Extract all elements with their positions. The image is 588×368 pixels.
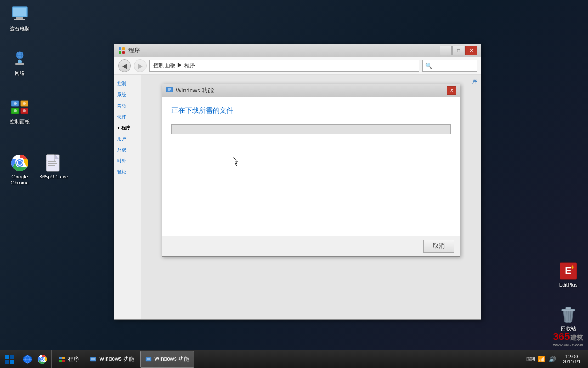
clock-date: 2014/1/1 (563, 359, 581, 364)
svg-rect-59 (146, 357, 151, 361)
search-box[interactable]: 🔍 (422, 60, 477, 72)
svg-rect-52 (59, 356, 62, 359)
editplus-label: EditPlus (559, 282, 577, 288)
window-controls: ─ □ ✕ (440, 46, 477, 55)
svg-rect-1 (13, 8, 26, 16)
minimize-button[interactable]: ─ (440, 46, 452, 55)
clock-time: 12:00 (563, 354, 581, 359)
dialog-close-button[interactable]: ✕ (447, 86, 456, 95)
main-content-area: 序 (141, 75, 481, 319)
back-button[interactable]: ◀ (118, 59, 131, 72)
tray-volume-icon[interactable]: 🔊 (548, 355, 557, 364)
taskbar-item-winfeature-1[interactable]: Windows 功能 (85, 351, 139, 368)
address-bar[interactable]: 控制面板 ▶ 程序 (149, 60, 419, 72)
dialog-spacer (171, 139, 451, 231)
quick-launch (18, 350, 52, 368)
svg-rect-56 (90, 357, 96, 361)
sidebar-item-clock[interactable]: 时钟 (116, 155, 139, 167)
svg-point-18 (23, 109, 26, 112)
sidebar-item-ease[interactable]: 轻松 (116, 167, 139, 178)
svg-rect-54 (59, 360, 62, 362)
dialog-footer: 取消 (162, 236, 460, 256)
recycle-bin-icon (559, 305, 577, 324)
exe-icon-img (45, 154, 63, 172)
forward-button[interactable]: ▶ (134, 59, 147, 72)
chrome-quick-launch[interactable] (36, 353, 49, 366)
cancel-button[interactable]: 取消 (423, 240, 454, 253)
desktop-icon-control-panel[interactable]: 控制面板 (4, 97, 36, 126)
chrome-icon-img (11, 154, 29, 172)
desktop-icon-recycle-bin[interactable]: 回收站 (552, 304, 584, 334)
svg-point-51 (41, 358, 43, 360)
this-pc-icon (11, 6, 29, 24)
exe-label: 365jz9.1.exe (40, 174, 68, 180)
watermark-365: 365建筑 www.365jz.com (553, 331, 583, 347)
sidebar-item-programs[interactable]: ● 程序 (116, 122, 139, 133)
svg-rect-26 (48, 163, 57, 164)
progress-bar-container (171, 124, 451, 134)
sidebar-item-network[interactable]: 网络 (116, 100, 139, 111)
svg-rect-37 (119, 47, 121, 50)
ie-quick-launch[interactable] (21, 353, 34, 366)
taskbar-item-chengxu-label: 程序 (68, 355, 79, 363)
tray-keyboard-icon[interactable]: ⌨ (526, 355, 535, 364)
main-window-icon (118, 47, 125, 54)
search-icon: 🔍 (425, 63, 432, 69)
network-label: 网络 (15, 70, 25, 76)
system-tray: ⌨ 📶 🔊 12:00 2014/1/1 (522, 350, 588, 368)
desktop-icon-chrome[interactable]: GoogleChrome (4, 152, 36, 188)
taskbar-item-winfeature-1-label: Windows 功能 (99, 355, 134, 363)
tray-network-icon[interactable]: 📶 (537, 355, 546, 364)
taskbar-item-winfeature-2[interactable]: Windows 功能 (140, 351, 194, 368)
chrome-label: GoogleChrome (11, 174, 28, 186)
desktop-icon-365exe[interactable]: 365jz9.1.exe (38, 152, 70, 182)
sidebar-item-hardware[interactable]: 硬件 (116, 111, 139, 122)
window-content: 控制 系统 网络 硬件 ● 程序 用户 外观 时钟 轻松 序 (114, 75, 481, 319)
svg-rect-27 (48, 165, 55, 166)
taskbar: 程序 Windows 功能 Windows 功能 (0, 350, 588, 368)
dialog-message: 正在下载所需的文件 (171, 106, 451, 115)
svg-rect-39 (119, 51, 121, 54)
svg-rect-38 (122, 47, 125, 50)
sidebar-item-system[interactable]: 系统 (116, 89, 139, 100)
taskbar-item-winfeature-2-label: Windows 功能 (154, 355, 189, 363)
maximize-button[interactable]: □ (452, 46, 464, 55)
watermark-url: www.365jz.com (553, 343, 583, 347)
svg-point-22 (18, 161, 22, 165)
desktop-icon-editplus[interactable]: E + EditPlus (552, 260, 584, 290)
svg-point-8 (18, 60, 22, 63)
svg-rect-40 (122, 51, 125, 54)
sidebar-item-users[interactable]: 用户 (116, 133, 139, 144)
control-panel-icon (11, 98, 29, 117)
watermark-text: 365建筑 (553, 331, 583, 343)
desktop-icon-this-pc[interactable]: 这台电脑 (4, 4, 36, 34)
this-pc-label: 这台电脑 (10, 26, 30, 32)
taskbar-items: 程序 Windows 功能 Windows 功能 (52, 350, 522, 368)
start-button[interactable] (0, 350, 18, 368)
dialog-icon (166, 86, 173, 95)
sidebar-item-appearance[interactable]: 外观 (116, 144, 139, 155)
svg-rect-2 (16, 17, 23, 19)
sidebar-item-control[interactable]: 控制 (116, 78, 139, 89)
svg-point-15 (14, 102, 17, 105)
taskbar-clock[interactable]: 12:00 2014/1/1 (559, 354, 584, 364)
close-button[interactable]: ✕ (465, 46, 477, 55)
svg-rect-10 (15, 63, 24, 65)
svg-text:+: + (571, 264, 574, 270)
control-panel-label: 控制面板 (10, 119, 30, 125)
editplus-icon-img: E + (559, 262, 577, 280)
svg-rect-55 (62, 360, 65, 362)
svg-text:E: E (565, 265, 571, 276)
dialog-titlebar: Windows 功能 ✕ (162, 84, 460, 97)
svg-rect-24 (46, 155, 55, 161)
address-text: 控制面板 ▶ 程序 (153, 62, 195, 69)
main-window-titlebar: 程序 ─ □ ✕ (114, 44, 481, 57)
sidebar: 控制 系统 网络 硬件 ● 程序 用户 外观 时钟 轻松 (114, 75, 141, 319)
window-toolbar: ◀ ▶ 控制面板 ▶ 程序 🔍 (114, 57, 481, 75)
network-icon (11, 50, 29, 69)
svg-rect-25 (48, 161, 56, 162)
desktop-icon-network[interactable]: 网络 (4, 48, 36, 78)
taskbar-item-chengxu[interactable]: 程序 (54, 351, 84, 368)
windows-logo-icon (5, 355, 14, 364)
svg-rect-33 (566, 307, 571, 310)
